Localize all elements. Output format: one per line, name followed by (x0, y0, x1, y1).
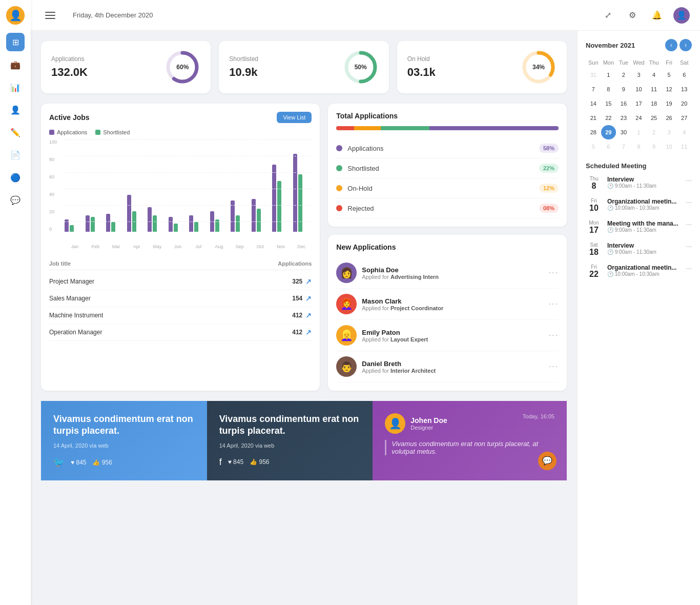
bell-icon[interactable]: 🔔 (649, 7, 665, 24)
applicant-menu-button[interactable]: ··· (549, 331, 559, 340)
cal-day[interactable]: 7 (586, 82, 601, 96)
cal-day[interactable]: 10 (631, 82, 647, 96)
job-row: Machine Instrument 412 ↗ (49, 307, 312, 324)
cal-day[interactable]: 2 (616, 68, 631, 82)
x-label: Jul (188, 244, 209, 249)
meeting-menu-button[interactable]: ··· (686, 220, 692, 228)
cal-day[interactable]: 1 (601, 68, 616, 82)
sidebar-item-docs[interactable]: 📄 (6, 146, 25, 164)
bar-shortlisted (236, 215, 240, 232)
cal-day[interactable]: 11 (646, 82, 662, 96)
color-bar (336, 126, 559, 130)
meeting-num: 8 (586, 182, 602, 191)
cal-day[interactable]: 9 (616, 82, 631, 96)
cal-day[interactable]: 28 (586, 125, 601, 139)
cal-day[interactable]: 10 (662, 139, 677, 154)
sidebar-item-analytics[interactable]: 📊 (6, 78, 25, 96)
meeting-menu-button[interactable]: ··· (686, 176, 692, 184)
applicant-menu-button[interactable]: ··· (549, 299, 559, 309)
meeting-menu-button[interactable]: ··· (686, 242, 692, 250)
bottom-card-date: 14 April, 2020 via web (219, 442, 361, 449)
cal-day[interactable]: 30 (616, 125, 631, 139)
cal-day[interactable]: 4 (676, 125, 692, 139)
legend-applications: Applications (49, 129, 87, 135)
cal-day[interactable]: 6 (601, 139, 616, 154)
topbar: Friday, 4th December 2020 ⤢ ⚙ 🔔 👤 (31, 0, 700, 31)
cal-day[interactable]: 5 (586, 139, 601, 154)
app-dot (336, 165, 342, 171)
expand-icon[interactable]: ⤢ (600, 7, 616, 24)
meeting-menu-button[interactable]: ··· (686, 198, 692, 206)
sidebar-item-dashboard[interactable]: ⊞ (6, 33, 25, 51)
trend-icon: ↗ (305, 294, 312, 302)
cal-day[interactable]: 6 (676, 68, 692, 82)
y-label: 80 (49, 157, 57, 162)
meeting-day: Fri (586, 264, 602, 270)
cal-day[interactable]: 27 (676, 111, 692, 125)
cal-day[interactable]: 8 (631, 139, 647, 154)
cal-next-button[interactable]: › (680, 39, 692, 51)
cal-day[interactable]: 9 (646, 139, 662, 154)
meeting-title: Meeting with the mana... (607, 220, 681, 227)
donut-label: 34% (532, 64, 545, 71)
user-avatar[interactable]: 👤 (6, 6, 25, 25)
settings-icon[interactable]: ⚙ (624, 7, 641, 24)
bar-applications (252, 199, 256, 232)
cal-day[interactable]: 31 (586, 68, 601, 82)
grid-line (65, 221, 312, 222)
trend-icon: ↗ (305, 328, 312, 336)
cal-day[interactable]: 29 (601, 125, 616, 139)
sidebar-item-circle[interactable]: 🔵 (6, 168, 25, 187)
cal-day[interactable]: 17 (631, 96, 647, 111)
sidebar-item-edit[interactable]: ✏️ (6, 123, 25, 142)
x-label: Jan (65, 244, 85, 249)
cal-day[interactable]: 1 (631, 125, 647, 139)
cal-day[interactable]: 7 (616, 139, 631, 154)
meeting-info: Meeting with the mana... 🕐 9:00am - 11:3… (607, 220, 681, 233)
chat-bubble-icon[interactable]: 💬 (538, 452, 557, 470)
cal-day[interactable]: 13 (676, 82, 692, 96)
cal-day[interactable]: 20 (676, 96, 692, 111)
hamburger-menu[interactable] (41, 8, 59, 23)
view-list-button[interactable]: View List (277, 112, 312, 123)
cal-day[interactable]: 4 (646, 68, 662, 82)
bar-shortlisted (194, 222, 198, 232)
cal-day[interactable]: 24 (631, 111, 647, 125)
cal-day[interactable]: 3 (631, 68, 647, 82)
cal-day[interactable]: 2 (646, 125, 662, 139)
cal-day[interactable]: 3 (662, 125, 677, 139)
cal-prev-button[interactable]: ‹ (665, 39, 677, 51)
applicant-menu-button[interactable]: ··· (549, 362, 559, 371)
topbar-date: Friday, 4th December 2020 (68, 11, 153, 19)
cal-day[interactable]: 19 (662, 96, 677, 111)
cal-day[interactable]: 16 (616, 96, 631, 111)
cal-day[interactable]: 22 (601, 111, 616, 125)
sidebar-item-jobs[interactable]: 💼 (6, 55, 25, 74)
bar-group (293, 154, 312, 232)
user-topbar-avatar[interactable]: 👤 (673, 7, 690, 24)
cal-day[interactable]: 26 (662, 111, 677, 125)
app-badge: 22% (539, 164, 559, 173)
x-label: Nov (271, 244, 291, 249)
cal-day[interactable]: 5 (662, 68, 677, 82)
sidebar-item-chat[interactable]: 💬 (6, 191, 25, 209)
cal-day[interactable]: 8 (601, 82, 616, 96)
stat-label: On Hold (407, 55, 436, 63)
cal-day[interactable]: 15 (601, 96, 616, 111)
applicant-menu-button[interactable]: ··· (549, 268, 559, 277)
grid-line (65, 205, 312, 206)
bottom-card-footer: f ♥ 845 👍 956 (219, 457, 361, 468)
cal-day[interactable]: 25 (646, 111, 662, 125)
cal-day[interactable]: 11 (676, 139, 692, 154)
meeting-menu-button[interactable]: ··· (686, 264, 692, 272)
cal-day[interactable]: 23 (616, 111, 631, 125)
cal-day[interactable]: 18 (646, 96, 662, 111)
sidebar-item-people[interactable]: 👤 (6, 100, 25, 119)
cal-day[interactable]: 12 (662, 82, 677, 96)
meeting-time: 🕐 10:00am - 10:30am (607, 271, 681, 277)
meeting-date: Sat 18 (586, 242, 602, 257)
cal-day[interactable]: 14 (586, 96, 601, 111)
bottom-card-chat: 👤 Johen Doe Designer Today, 16:05 Vivamu… (373, 401, 567, 480)
total-apps-title: Total Applications (336, 112, 398, 120)
cal-day[interactable]: 21 (586, 111, 601, 125)
